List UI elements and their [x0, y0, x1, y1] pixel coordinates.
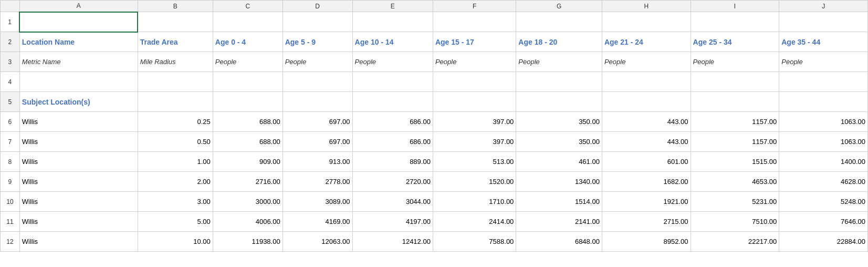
cell-g3-people[interactable]: People	[516, 52, 602, 72]
cell-b3-mile-radius[interactable]: Mile Radius	[138, 52, 213, 72]
cell-b4[interactable]	[138, 72, 213, 92]
cell-h8[interactable]: 601.00	[602, 152, 691, 172]
cell-i8[interactable]: 1515.00	[691, 152, 779, 172]
cell-e5[interactable]	[352, 92, 433, 112]
col-header-f[interactable]: F	[433, 1, 516, 12]
cell-a9[interactable]: Willis	[19, 172, 138, 192]
cell-f3-people[interactable]: People	[433, 52, 516, 72]
cell-j7[interactable]: 1063.00	[779, 132, 868, 152]
cell-b5[interactable]	[138, 92, 213, 112]
cell-a10[interactable]: Willis	[19, 192, 138, 212]
cell-i1[interactable]	[691, 12, 779, 32]
cell-g4[interactable]	[516, 72, 602, 92]
cell-a3-metric-name[interactable]: Metric Name	[19, 52, 138, 72]
cell-g12[interactable]: 6848.00	[516, 232, 602, 252]
cell-i11[interactable]: 7510.00	[691, 212, 779, 232]
cell-f11[interactable]: 2414.00	[433, 212, 516, 232]
cell-f10[interactable]: 1710.00	[433, 192, 516, 212]
cell-e9[interactable]: 2720.00	[352, 172, 433, 192]
cell-c9[interactable]: 2716.00	[213, 172, 283, 192]
cell-c4[interactable]	[213, 72, 283, 92]
cell-f6[interactable]: 397.00	[433, 112, 516, 132]
cell-b1[interactable]	[138, 12, 213, 32]
cell-b7[interactable]: 0.50	[138, 132, 213, 152]
cell-c10[interactable]: 3000.00	[213, 192, 283, 212]
cell-f12[interactable]: 7588.00	[433, 232, 516, 252]
cell-i9[interactable]: 4653.00	[691, 172, 779, 192]
cell-h10[interactable]: 1921.00	[602, 192, 691, 212]
cell-h11[interactable]: 2715.00	[602, 212, 691, 232]
cell-h3-people[interactable]: People	[602, 52, 691, 72]
cell-h9[interactable]: 1682.00	[602, 172, 691, 192]
cell-b6[interactable]: 0.25	[138, 112, 213, 132]
cell-g1[interactable]	[516, 12, 602, 32]
cell-h6[interactable]: 443.00	[602, 112, 691, 132]
col-header-b[interactable]: B	[138, 1, 213, 12]
cell-j6[interactable]: 1063.00	[779, 112, 868, 132]
cell-c8[interactable]: 909.00	[213, 152, 283, 172]
cell-i10[interactable]: 5231.00	[691, 192, 779, 212]
cell-c1[interactable]	[213, 12, 283, 32]
cell-f1[interactable]	[433, 12, 516, 32]
cell-g9[interactable]: 1340.00	[516, 172, 602, 192]
cell-f5[interactable]	[433, 92, 516, 112]
col-header-i[interactable]: I	[691, 1, 779, 12]
cell-b10[interactable]: 3.00	[138, 192, 213, 212]
cell-d12[interactable]: 12063.00	[283, 232, 352, 252]
cell-e8[interactable]: 889.00	[352, 152, 433, 172]
cell-d2-age-5-9[interactable]: Age 5 - 9	[283, 32, 352, 52]
cell-g11[interactable]: 2141.00	[516, 212, 602, 232]
cell-e11[interactable]: 4197.00	[352, 212, 433, 232]
col-header-a[interactable]: A	[19, 1, 138, 12]
cell-j8[interactable]: 1400.00	[779, 152, 868, 172]
cell-d10[interactable]: 3089.00	[283, 192, 352, 212]
cell-h7[interactable]: 443.00	[602, 132, 691, 152]
cell-b8[interactable]: 1.00	[138, 152, 213, 172]
cell-c7[interactable]: 688.00	[213, 132, 283, 152]
cell-c3-people[interactable]: People	[213, 52, 283, 72]
cell-i12[interactable]: 22217.00	[691, 232, 779, 252]
cell-e6[interactable]: 686.00	[352, 112, 433, 132]
cell-d6[interactable]: 697.00	[283, 112, 352, 132]
cell-a1[interactable]	[19, 12, 138, 32]
cell-j1[interactable]	[779, 12, 868, 32]
cell-i6[interactable]: 1157.00	[691, 112, 779, 132]
cell-a4[interactable]	[19, 72, 138, 92]
cell-a11[interactable]: Willis	[19, 212, 138, 232]
cell-j3-people[interactable]: People	[779, 52, 868, 72]
cell-g10[interactable]: 1514.00	[516, 192, 602, 212]
cell-e10[interactable]: 3044.00	[352, 192, 433, 212]
cell-d3-people[interactable]: People	[283, 52, 352, 72]
cell-f2-age-15-17[interactable]: Age 15 - 17	[433, 32, 516, 52]
col-header-d[interactable]: D	[283, 1, 352, 12]
cell-g5[interactable]	[516, 92, 602, 112]
cell-h5[interactable]	[602, 92, 691, 112]
cell-f9[interactable]: 1520.00	[433, 172, 516, 192]
col-header-e[interactable]: E	[352, 1, 433, 12]
cell-j9[interactable]: 4628.00	[779, 172, 868, 192]
cell-d5[interactable]	[283, 92, 352, 112]
cell-h1[interactable]	[602, 12, 691, 32]
cell-c6[interactable]: 688.00	[213, 112, 283, 132]
cell-j10[interactable]: 5248.00	[779, 192, 868, 212]
cell-i4[interactable]	[691, 72, 779, 92]
cell-h4[interactable]	[602, 72, 691, 92]
cell-f7[interactable]: 397.00	[433, 132, 516, 152]
cell-j2-age-35-44[interactable]: Age 35 - 44	[779, 32, 868, 52]
cell-j5[interactable]	[779, 92, 868, 112]
cell-a7[interactable]: Willis	[19, 132, 138, 152]
cell-j12[interactable]: 22884.00	[779, 232, 868, 252]
cell-c12[interactable]: 11938.00	[213, 232, 283, 252]
cell-b2-trade-area[interactable]: Trade Area	[138, 32, 213, 52]
cell-d11[interactable]: 4169.00	[283, 212, 352, 232]
cell-a8[interactable]: Willis	[19, 152, 138, 172]
cell-e2-age-10-14[interactable]: Age 10 - 14	[352, 32, 433, 52]
cell-i3-people[interactable]: People	[691, 52, 779, 72]
cell-d4[interactable]	[283, 72, 352, 92]
cell-b12[interactable]: 10.00	[138, 232, 213, 252]
cell-b11[interactable]: 5.00	[138, 212, 213, 232]
cell-b9[interactable]: 2.00	[138, 172, 213, 192]
cell-e1[interactable]	[352, 12, 433, 32]
cell-c11[interactable]: 4006.00	[213, 212, 283, 232]
cell-d1[interactable]	[283, 12, 352, 32]
